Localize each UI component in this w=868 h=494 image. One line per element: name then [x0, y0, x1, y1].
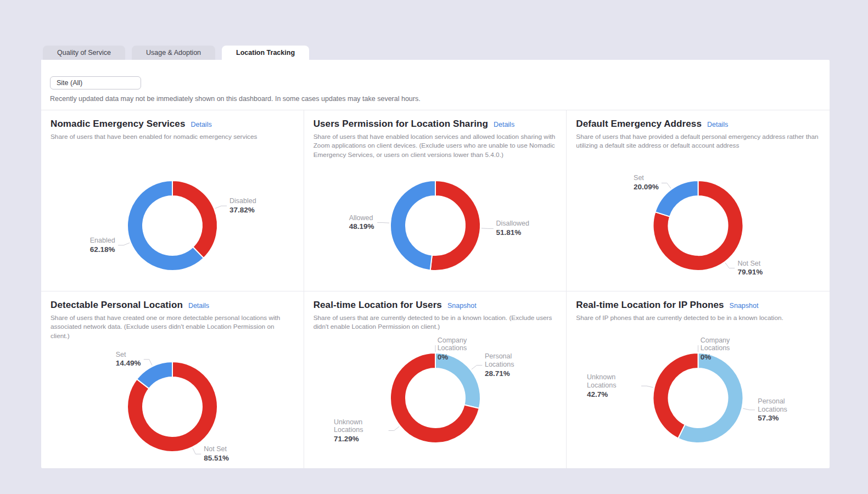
site-filter-select[interactable]: Site (All) — [50, 76, 141, 89]
tab-label: Quality of Service — [57, 49, 111, 57]
label-leader-line — [118, 243, 130, 245]
donut-segment — [430, 181, 480, 271]
panel-title: Nomadic Emergency Services — [51, 119, 185, 130]
panel-users-permission-location-sharing: Users Permission for Location Sharing De… — [304, 110, 567, 291]
donut-segment — [653, 353, 698, 439]
details-link[interactable]: Details — [191, 121, 211, 128]
donut-chart: Company Locations0%Personal Locations57.… — [576, 335, 820, 461]
panel-realtime-location-users: Real-time Location for Users Snapshot Sh… — [304, 291, 567, 468]
tab-label: Usage & Adoption — [146, 49, 201, 57]
panel-title: Users Permission for Location Sharing — [313, 119, 488, 130]
label-leader-line — [743, 408, 755, 410]
donut-chart: Company Locations0%Personal Locations28.… — [313, 335, 557, 461]
donut-chart: Disallowed51.81%Allowed48.19% — [313, 162, 557, 289]
segment-label: Disallowed51.81% — [496, 220, 529, 238]
panel-title: Real-time Location for Users — [313, 300, 442, 311]
panels-grid: Nomadic Emergency Services Details Share… — [41, 110, 830, 468]
segment-label: Enabled62.18% — [90, 237, 115, 254]
label-leader-line — [377, 223, 389, 223]
details-link[interactable]: Details — [707, 121, 728, 128]
label-leader-line — [472, 365, 482, 369]
label-leader-line — [641, 386, 653, 388]
panel-description: Share of IP phones that are currently de… — [576, 313, 820, 332]
panel-title: Real-time Location for IP Phones — [576, 300, 724, 311]
snapshot-link[interactable]: Snapshot — [730, 302, 759, 310]
segment-label: Allowed48.19% — [349, 214, 374, 232]
site-filter-label: Site (All) — [57, 79, 82, 87]
donut-svg — [51, 344, 294, 470]
segment-label: Unknown Locations71.29% — [334, 418, 385, 443]
label-leader-line — [481, 228, 494, 229]
donut-chart: Not Set85.51%Set14.49% — [51, 344, 294, 470]
panel-title: Detectable Personal Location — [51, 300, 183, 311]
label-leader-line — [193, 448, 201, 454]
panel-detectable-personal-location: Detectable Personal Location Details Sha… — [41, 291, 304, 468]
label-leader-line — [662, 183, 671, 188]
segment-label: Personal Locations57.3% — [758, 397, 809, 423]
filter-area: Site (All) Recently updated data may not… — [41, 76, 830, 103]
segment-label: Unknown Locations42.7% — [587, 373, 639, 398]
donut-chart: Disabled37.82%Enabled62.18% — [51, 162, 294, 289]
update-notice: Recently updated data may not be immedia… — [50, 95, 821, 103]
donut-svg — [51, 162, 294, 289]
label-leader-line — [144, 360, 152, 366]
panel-description: Share of users that are currently detect… — [313, 313, 557, 332]
donut-segment — [172, 181, 217, 258]
snapshot-link[interactable]: Snapshot — [447, 302, 477, 310]
segment-label: Set14.49% — [116, 351, 141, 368]
segment-label: Not Set79.91% — [737, 260, 763, 277]
segment-label: Personal Locations28.71% — [485, 352, 536, 378]
segment-label: Disabled37.82% — [229, 197, 256, 215]
panel-title: Default Emergency Address — [576, 119, 702, 130]
segment-label: Company Locations0% — [701, 336, 752, 362]
panel-description: Share of users that have provided a defa… — [576, 132, 820, 159]
dashboard-page: Quality of Service Usage & Adoption Loca… — [41, 45, 830, 468]
segment-label: Not Set85.51% — [204, 445, 229, 463]
tab-label: Location Tracking — [236, 49, 295, 57]
label-leader-line — [388, 426, 399, 430]
donut-chart: Not Set79.91%Set20.09% — [576, 162, 820, 289]
panel-description: Share of users that have created one or … — [51, 313, 294, 340]
segment-label: Set20.09% — [634, 175, 659, 192]
panel-nomadic-emergency-services: Nomadic Emergency Services Details Share… — [41, 110, 304, 291]
details-link[interactable]: Details — [494, 121, 514, 128]
segment-label: Company Locations0% — [438, 336, 489, 362]
donut-segment — [390, 181, 435, 270]
tab-usage-adoption[interactable]: Usage & Adoption — [132, 46, 215, 60]
label-leader-line — [215, 206, 227, 208]
details-link[interactable]: Details — [188, 302, 209, 310]
label-leader-line — [725, 263, 735, 268]
panel-description: Share of users that have enabled locatio… — [313, 132, 557, 159]
panel-realtime-location-ip-phones: Real-time Location for IP Phones Snapsho… — [567, 291, 830, 468]
panel-default-emergency-address: Default Emergency Address Details Share … — [567, 110, 830, 291]
panel-description: Share of users that have been enabled fo… — [51, 132, 294, 159]
tab-bar: Quality of Service Usage & Adoption Loca… — [41, 45, 830, 60]
tab-location-tracking[interactable]: Location Tracking — [222, 46, 309, 60]
donut-svg — [576, 162, 820, 289]
donut-segment — [656, 181, 698, 217]
content-sheet: Site (All) Recently updated data may not… — [41, 60, 830, 468]
tab-quality-of-service[interactable]: Quality of Service — [43, 46, 125, 60]
